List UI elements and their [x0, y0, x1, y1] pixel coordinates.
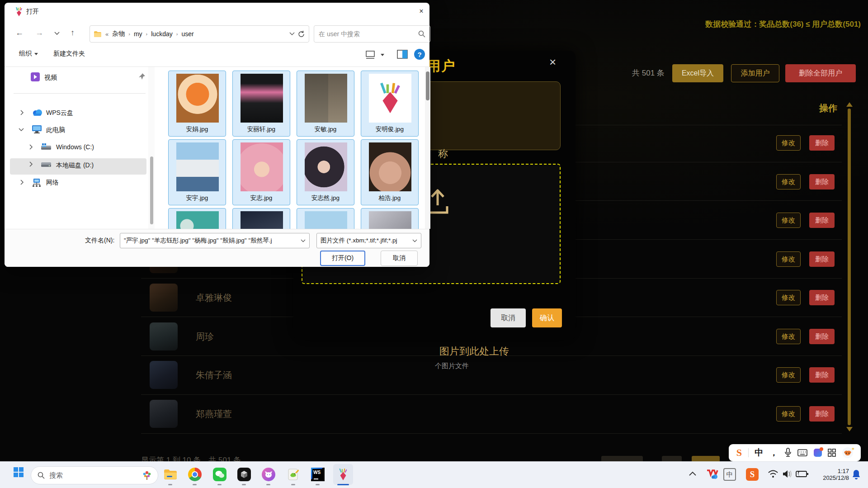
dialog-cancel-button[interactable]: 取消 [381, 251, 418, 266]
delete-button[interactable]: 删除 [809, 213, 835, 228]
preview-pane-icon[interactable] [397, 50, 408, 59]
open-button[interactable]: 打开(O) [320, 251, 365, 266]
sidebar-item-network[interactable]: 网络 [46, 179, 59, 187]
chevron-right-icon[interactable] [29, 161, 33, 167]
file-tile[interactable]: 柏浩.jpg [361, 139, 419, 205]
history-chevron-icon[interactable] [54, 32, 60, 35]
back-icon[interactable]: ← [15, 28, 24, 38]
breadcrumb-segment[interactable]: 杂物 [112, 30, 125, 38]
taskbar-file-explorer-icon[interactable] [162, 466, 179, 483]
view-mode-chevron-icon[interactable] [381, 54, 384, 56]
sogou-logo-icon[interactable]: S [736, 447, 742, 459]
taskbar-wechat-icon[interactable] [212, 466, 228, 483]
file-tile[interactable]: 安敏.jpg [297, 71, 354, 137]
chevron-down-icon[interactable] [18, 128, 24, 132]
file-tile[interactable]: 安志然.jpg [297, 139, 354, 205]
forward-icon[interactable]: → [35, 28, 43, 38]
modify-button[interactable]: 修改 [776, 367, 801, 383]
file-tile[interactable] [297, 208, 354, 229]
keyboard-icon[interactable] [797, 449, 807, 456]
modify-button[interactable]: 修改 [776, 290, 801, 305]
delete-button[interactable]: 删除 [809, 406, 835, 422]
tray-wps-icon[interactable] [704, 466, 721, 483]
taskbar-chrome-icon[interactable] [187, 466, 203, 483]
tray-clock[interactable]: 1:17 2025/12/8 [814, 468, 849, 481]
dialog-close-icon[interactable]: × [414, 5, 429, 18]
volume-icon[interactable] [782, 469, 793, 479]
file-tile[interactable]: 安明俊.jpg [361, 71, 419, 137]
modify-button[interactable]: 修改 [776, 135, 801, 151]
sidebar-item-videos[interactable]: 视频 [44, 74, 57, 82]
notification-bell-icon[interactable] [852, 469, 861, 480]
taskbar-notepadpp-icon[interactable] [285, 466, 302, 483]
breadcrumb-segment[interactable]: user [181, 30, 193, 38]
file-tile[interactable]: 安丽轩.jpg [232, 71, 290, 137]
chevron-right-icon[interactable] [20, 109, 24, 116]
delete-button[interactable]: 删除 [809, 251, 835, 267]
breadcrumb-segment[interactable]: my [134, 30, 142, 38]
dialog-search-input[interactable] [319, 30, 418, 38]
file-tile[interactable] [232, 208, 290, 229]
taskbar-cat-app-icon[interactable] [260, 466, 277, 483]
delete-button[interactable]: 删除 [809, 135, 835, 151]
taskbar-cube-app-icon[interactable] [236, 466, 252, 483]
taskbar-webstorm-icon[interactable]: WS [310, 466, 326, 483]
file-tile[interactable] [168, 208, 226, 229]
excel-import-button[interactable]: Excel导入 [672, 64, 723, 82]
modify-button[interactable]: 修改 [776, 174, 801, 190]
wifi-icon[interactable] [768, 469, 778, 479]
tray-sogou-icon[interactable]: S [746, 468, 759, 481]
toolbox-grid-icon[interactable] [828, 449, 836, 457]
sidebar-item-wps-cloud[interactable]: WPS云盘 [46, 109, 73, 117]
table-scrollbar-down-arrow[interactable] [846, 427, 853, 431]
tray-ime-mode-icon[interactable]: 中 [723, 468, 736, 481]
table-scrollbar[interactable] [848, 109, 851, 425]
delete-button[interactable]: 删除 [809, 290, 835, 305]
modify-button[interactable]: 修改 [776, 406, 801, 422]
microphone-icon[interactable] [784, 448, 792, 458]
ime-punctuation-icon[interactable]: ， [769, 447, 778, 459]
modify-button[interactable]: 修改 [776, 251, 801, 267]
ime-mode-icon[interactable]: 中 [755, 447, 763, 459]
sidebar-item-drive-c[interactable]: Windows (C:) [56, 143, 94, 151]
help-icon[interactable]: ? [414, 49, 425, 60]
organize-menu[interactable]: 组织 [19, 50, 38, 58]
ai-assistant-icon[interactable]: ✦ [842, 447, 853, 458]
file-tile[interactable] [361, 208, 419, 229]
pagination-button[interactable] [601, 456, 643, 461]
view-mode-icon[interactable] [365, 51, 375, 59]
address-dropdown-icon[interactable] [289, 32, 295, 36]
modify-button[interactable]: 修改 [776, 329, 801, 344]
modal-close-icon[interactable]: × [549, 55, 556, 69]
pin-icon[interactable] [138, 73, 146, 80]
start-button-icon[interactable] [14, 467, 24, 477]
sidebar-item-this-pc[interactable]: 此电脑 [46, 126, 65, 134]
delete-button[interactable]: 删除 [809, 329, 835, 344]
chevron-right-icon[interactable] [20, 179, 24, 185]
filetype-combobox[interactable]: 图片文件 (*.xbm;*.tif;*.jfif;*.pj [316, 233, 421, 248]
sidebar-item-drive-d[interactable]: 本地磁盘 (D:) [56, 161, 94, 170]
add-user-button[interactable]: 添加用户 [731, 64, 779, 82]
pagination-button[interactable] [692, 456, 720, 461]
modal-confirm-button[interactable]: 确认 [532, 308, 562, 327]
refresh-icon[interactable] [297, 30, 305, 38]
delete-all-users-button[interactable]: 删除全部用户 [785, 64, 856, 82]
sidebar-scrollbar-thumb[interactable] [150, 156, 153, 224]
modal-cancel-button[interactable]: 取消 [491, 308, 526, 327]
battery-icon[interactable] [796, 470, 808, 478]
breadcrumb-segment[interactable]: luckday [151, 30, 172, 38]
delete-button[interactable]: 删除 [809, 174, 835, 190]
breadcrumb[interactable]: « 杂物 › my › luckday › user [90, 25, 309, 43]
pagination-button[interactable] [662, 456, 682, 461]
file-tile[interactable]: 安志.jpg [232, 139, 290, 205]
skin-icon[interactable] [814, 449, 822, 457]
file-tile[interactable]: 安宇.jpg [168, 139, 226, 205]
tray-chevron-up-icon[interactable] [689, 471, 696, 476]
chevron-right-icon[interactable] [29, 144, 33, 150]
dialog-search[interactable] [314, 25, 430, 43]
delete-button[interactable]: 删除 [809, 367, 835, 383]
taskbar-luckydraw-app-icon[interactable] [335, 466, 351, 483]
up-icon[interactable]: ↑ [71, 28, 75, 38]
table-scrollbar-up-arrow[interactable] [846, 102, 853, 107]
new-folder-button[interactable]: 新建文件夹 [53, 50, 85, 58]
